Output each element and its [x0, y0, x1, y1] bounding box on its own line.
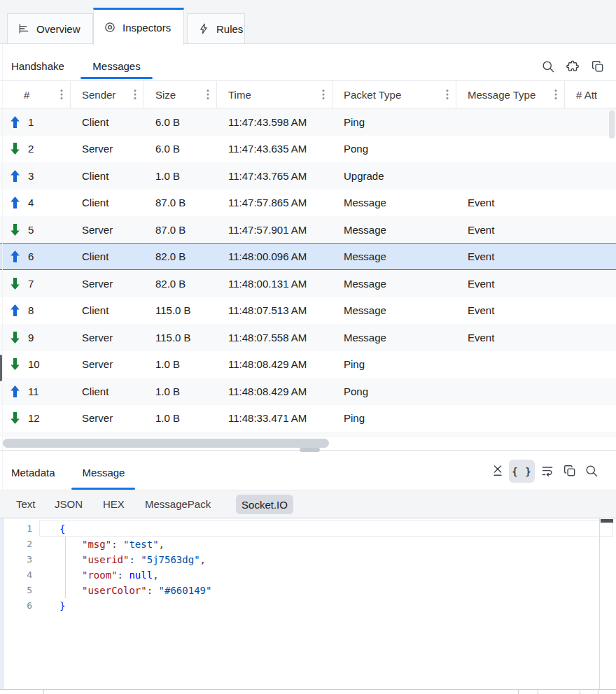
- collapse-icon[interactable]: [490, 463, 505, 479]
- line-number: 6: [0, 598, 36, 614]
- table-body: 1Client6.0 B11:47:43.598 AMPing2Server6.…: [0, 108, 616, 437]
- cell-num: 1: [0, 116, 71, 128]
- table-row[interactable]: 1Client6.0 B11:47:43.598 AMPing: [0, 108, 616, 136]
- column-menu-icon[interactable]: [134, 89, 136, 100]
- editor-scrollbar-thumb[interactable]: [601, 519, 613, 523]
- extension-icon[interactable]: [565, 59, 580, 74]
- splitter-handle[interactable]: [300, 448, 320, 452]
- cell-sender: Server: [71, 332, 144, 344]
- cell-sender: Client: [71, 116, 144, 128]
- cell-message-type: Event: [456, 197, 565, 208]
- table-row[interactable]: 7Server82.0 B11:48:00.131 AMMessageEvent: [0, 270, 616, 297]
- table-row[interactable]: 9Server115.0 B11:48:07.558 AMMessageEven…: [0, 324, 616, 351]
- column-header-sender[interactable]: Sender: [71, 81, 144, 108]
- arrow-down-icon: [10, 412, 20, 424]
- code-line: 3"userid": "5j7563dg",: [0, 552, 599, 567]
- arrow-down-icon: [10, 278, 20, 290]
- format-tab-json[interactable]: JSON: [55, 490, 83, 518]
- horizontal-scrollbar[interactable]: [3, 439, 329, 448]
- search-icon[interactable]: [540, 59, 556, 74]
- format-strip: Text JSON HEX MessagePack Socket.IO: [0, 490, 616, 518]
- vertical-scrollbar[interactable]: [609, 111, 615, 139]
- cell-time: 11:47:57.865 AM: [217, 197, 332, 208]
- cell-size: 82.0 B: [144, 278, 217, 290]
- column-header-time[interactable]: Time: [217, 81, 332, 108]
- cell-size: 6.0 B: [144, 116, 217, 128]
- table-row[interactable]: 2Server6.0 B11:47:43.635 AMPong: [0, 136, 616, 163]
- cell-sender: Server: [71, 143, 144, 155]
- cell-sender: Server: [71, 224, 144, 236]
- chart-icon: [18, 22, 30, 35]
- cell-size: 87.0 B: [144, 224, 217, 236]
- cell-time: 11:48:08.429 AM: [217, 385, 332, 397]
- cell-size: 82.0 B: [144, 250, 217, 262]
- cell-size: 87.0 B: [144, 197, 217, 208]
- cell-num: 4: [0, 197, 71, 208]
- column-menu-icon[interactable]: [322, 89, 325, 100]
- tab-inspectors[interactable]: Inspectors: [93, 8, 184, 45]
- cell-packet-type: Ping: [332, 412, 456, 424]
- cell-time: 11:47:43.635 AM: [217, 143, 332, 155]
- column-menu-icon[interactable]: [446, 89, 449, 100]
- column-header-num[interactable]: #: [0, 81, 71, 108]
- code-line: 2"msg": "test",: [0, 537, 599, 552]
- cell-sender: Server: [71, 412, 144, 424]
- tab-overview[interactable]: Overview: [7, 13, 93, 44]
- cell-message-type: Event: [456, 332, 565, 344]
- code-line: 6}: [0, 598, 599, 614]
- cell-time: 11:48:07.558 AM: [217, 332, 332, 344]
- search-icon[interactable]: [584, 463, 599, 479]
- tab-handshake[interactable]: Handshake: [11, 60, 64, 72]
- table-row[interactable]: 8Client115.0 B11:48:07.513 AMMessageEven…: [0, 297, 616, 325]
- tab-message[interactable]: Message: [73, 467, 134, 479]
- format-tab-messagepack[interactable]: MessagePack: [145, 490, 211, 518]
- cell-message-type: Event: [456, 304, 565, 316]
- word-wrap-icon[interactable]: [540, 463, 555, 479]
- tab-rules[interactable]: Rules: [187, 13, 245, 44]
- column-menu-icon[interactable]: [206, 89, 209, 100]
- column-header-attachments[interactable]: # Att: [565, 81, 616, 108]
- arrow-up-icon: [10, 250, 20, 262]
- code-content: 1{2"msg": "test",3"userid": "5j7563dg",4…: [0, 521, 599, 614]
- braces-icon[interactable]: [509, 460, 535, 483]
- table-row[interactable]: 11Client1.0 B11:48:08.429 AMPong: [0, 378, 616, 405]
- table-row[interactable]: 4Client87.0 B11:47:57.865 AMMessageEvent: [0, 190, 616, 217]
- arrow-up-icon: [10, 170, 20, 182]
- cell-time: 11:48:08.429 AM: [217, 358, 332, 370]
- column-menu-icon[interactable]: [60, 89, 63, 100]
- copy-icon[interactable]: [590, 59, 606, 74]
- cell-num: 5: [0, 224, 71, 236]
- column-header-message-type[interactable]: Message Type: [456, 81, 565, 108]
- cell-num: 3: [0, 170, 71, 182]
- copy-icon[interactable]: [562, 463, 578, 479]
- column-header-size[interactable]: Size: [144, 81, 217, 108]
- table-row[interactable]: 5Server87.0 B11:47:57.901 AMMessageEvent: [0, 216, 616, 243]
- format-tab-hex[interactable]: HEX: [103, 490, 125, 518]
- message-code-editor[interactable]: 1{2"msg": "test",3"userid": "5j7563dg",4…: [0, 518, 616, 689]
- format-tab-socketio[interactable]: Socket.IO: [236, 495, 293, 514]
- table-row[interactable]: 12Server1.0 B11:48:33.471 AMPing: [0, 405, 616, 432]
- line-number: 2: [0, 537, 36, 552]
- arrow-down-icon: [10, 143, 20, 155]
- table-row[interactable]: 6Client82.0 B11:48:00.096 AMMessageEvent: [0, 243, 616, 271]
- panel-left-border: [2, 44, 3, 518]
- table-header: # Sender Size Time Packet Type Message T…: [0, 80, 616, 108]
- cell-time: 11:48:33.471 AM: [217, 412, 332, 424]
- tab-messages[interactable]: Messages: [80, 60, 153, 72]
- table-row-partial[interactable]: [0, 432, 616, 437]
- tab-metadata[interactable]: Metadata: [11, 467, 55, 479]
- column-header-packet-type[interactable]: Packet Type: [332, 81, 456, 108]
- arrow-up-icon: [10, 116, 20, 128]
- line-number: 1: [0, 521, 36, 537]
- arrow-up-icon: [10, 304, 20, 316]
- table-row[interactable]: 3Client1.0 B11:47:43.765 AMUpgrade: [0, 162, 616, 190]
- cell-time: 11:48:00.096 AM: [217, 250, 332, 262]
- table-row[interactable]: 10Server1.0 B11:48:08.429 AMPing: [0, 351, 616, 378]
- cell-message-type: Event: [456, 278, 565, 290]
- footer-divider: [598, 690, 598, 694]
- format-tab-text[interactable]: Text: [16, 490, 36, 518]
- cell-num: 7: [0, 278, 71, 290]
- cell-num: 10: [0, 358, 71, 370]
- cell-size: 115.0 B: [144, 332, 217, 344]
- column-menu-icon[interactable]: [554, 89, 557, 100]
